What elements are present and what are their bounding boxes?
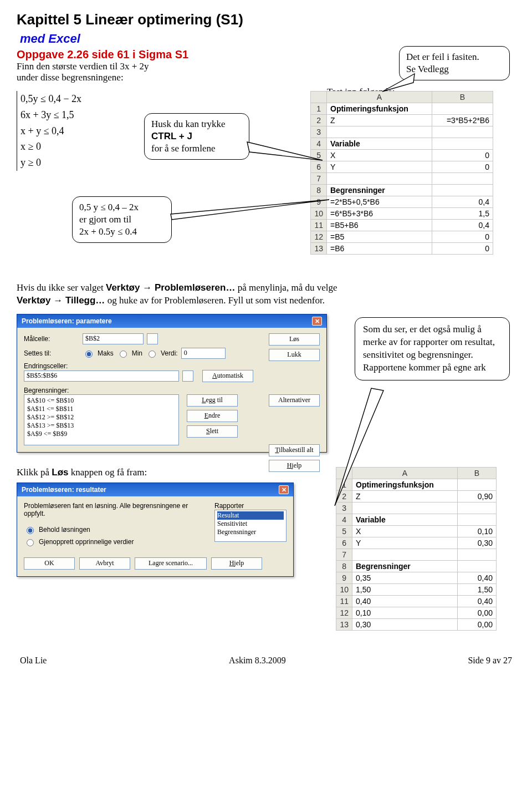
radio-label: Verdi:: [161, 349, 178, 357]
solver-results-dialog: Problemløseren: resultater ✕ Problemløse…: [17, 483, 294, 577]
reports-listbox[interactable]: Resultat Sensitivitet Begrensninger: [214, 510, 287, 542]
callout-line: Husk du kan trykke: [151, 118, 242, 130]
help-button[interactable]: Hjelp: [211, 557, 262, 570]
constraint-line: y ≥ 0: [21, 155, 111, 171]
options-button[interactable]: Alternativer: [269, 394, 320, 407]
callout-line: 0,5 y ≤ 0,4 – 2x: [79, 201, 165, 214]
close-icon[interactable]: ✕: [312, 317, 322, 326]
ref-edit-icon[interactable]: [147, 333, 158, 344]
radio-label: Behold løsningen: [39, 526, 90, 534]
callout-bold: CTRL + J: [151, 131, 192, 141]
radio-label: Gjenopprett opprinnelige verdier: [39, 538, 134, 546]
callout-line: er gjort om til: [79, 214, 165, 226]
label-changing-cells: Endringsceller:: [24, 362, 320, 370]
footer-page: Side 9 av 27: [468, 656, 512, 666]
callout-error-in-answer: Det er feil i fasiten. Se Vedlegg: [399, 46, 510, 80]
callout-ctrl-j: Husk du kan trykke CTRL + J for å se for…: [144, 113, 249, 160]
radio-min[interactable]: [120, 351, 127, 358]
constraint-system: 0,5y ≤ 0,4 − 2x 6x + 3y ≤ 1,5 x + y ≤ 0,…: [17, 91, 111, 171]
task-reference: Oppgave 2.26 side 61 i Sigma S1: [17, 48, 188, 61]
radio-label: Maks: [98, 349, 114, 357]
close-icon[interactable]: ✕: [279, 485, 289, 494]
reset-all-button[interactable]: Tilbakestill alt: [269, 444, 320, 456]
excel-table-results: AB1Optimeringsfunksjon2Z0,9034Variable5X…: [336, 467, 497, 631]
solver-parameters-dialog: Problemløseren: parametere ✕ Målcelle: S…: [17, 314, 327, 453]
subtitle: med Excel: [20, 32, 515, 46]
reports-label: Rapporter: [214, 502, 287, 510]
solve-button[interactable]: Løs: [269, 333, 320, 346]
automatic-button[interactable]: AAutomatiskutomatisk: [202, 370, 253, 382]
task-line-1: Finn den største verdien til 3x + 2y: [17, 61, 188, 72]
solver-message: Problemløseren fant en løsning. Alle beg…: [24, 502, 190, 517]
radio-keep-solution[interactable]: [27, 527, 34, 534]
constraint-line: x ≥ 0: [21, 139, 111, 155]
callout-line: for å se formlene: [151, 143, 242, 155]
label-set-to: Settes til:: [24, 349, 79, 357]
cancel-button[interactable]: Avbryt: [79, 557, 130, 570]
footer-date: Askim 8.3.2009: [229, 656, 286, 666]
radio-value[interactable]: [149, 351, 156, 358]
constraints-listbox[interactable]: $A$10 <= $B$10$A$11 <= $B$11$A$12 >= $B$…: [24, 394, 179, 445]
label-constraints: Begrensninger:: [24, 387, 320, 394]
constraint-line: 0,5y ≤ 0,4 − 2x: [21, 91, 111, 107]
report-option[interactable]: Begrensninger: [217, 528, 284, 536]
changing-cells-input[interactable]: [24, 370, 179, 382]
constraint-line: x + y ≤ 0,4: [21, 123, 111, 139]
radio-label: Min: [132, 349, 142, 357]
callout-rewrite: 0,5 y ≤ 0,4 – 2x er gjort om til 2x + 0.…: [72, 196, 172, 243]
callout-line: 2x + 0.5y ≤ 0.4: [79, 226, 165, 238]
page-title: Kapittel 5 Lineær optimering (S1): [17, 11, 515, 28]
target-cell-input[interactable]: [83, 333, 144, 344]
excel-table-formulas: AB1Optimeringsfunksjon2Z=3*B5+2*B634Vari…: [310, 91, 493, 255]
change-button[interactable]: Endre: [187, 410, 238, 422]
task-line-2: under disse begrensningene:: [17, 72, 188, 83]
constraint-line: 6x + 3y ≤ 1,5: [21, 107, 111, 123]
footer-author: Ola Lie: [20, 656, 47, 666]
ok-button[interactable]: OK: [24, 557, 75, 570]
page-footer: Ola Lie Askim 8.3.2009 Side 9 av 27: [17, 656, 515, 666]
close-button[interactable]: Lukk: [269, 349, 320, 361]
report-option[interactable]: Sensitivitet: [217, 520, 284, 528]
callout-line: Se Vedlegg: [406, 63, 503, 75]
callout-reports-info: Som du ser, er det også mulig å merke av…: [355, 317, 510, 380]
callout-line: Det er feil i fasiten.: [406, 51, 503, 63]
ref-edit-icon[interactable]: [182, 370, 193, 382]
delete-button[interactable]: Slett: [187, 425, 238, 438]
value-input[interactable]: [181, 348, 226, 359]
instruction-paragraph: Hvis du ikke ser valget Verktøy → Proble…: [17, 282, 515, 307]
dialog-title: Problemløseren: resultater: [22, 486, 106, 494]
add-button[interactable]: Legg til: [187, 394, 238, 407]
radio-max[interactable]: [85, 351, 93, 358]
save-scenario-button[interactable]: Lagre scenario...: [135, 557, 207, 570]
label-target-cell: Målcelle:: [24, 335, 79, 343]
radio-restore-original[interactable]: [27, 539, 34, 546]
dialog-title: Problemløseren: parametere: [22, 317, 112, 325]
report-option[interactable]: Resultat: [217, 511, 284, 520]
